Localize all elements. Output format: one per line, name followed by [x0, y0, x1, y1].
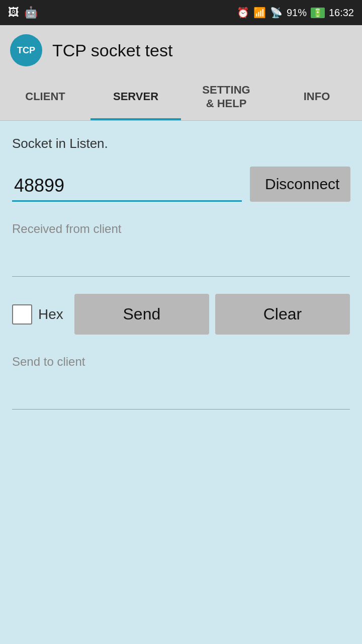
received-textarea[interactable] [12, 240, 350, 277]
status-bar: 🖼 🤖 ⏰ 📶 📡 91% 🔋 16:32 [0, 0, 362, 25]
battery-icon: 🔋 [311, 8, 325, 18]
socket-status: Socket in Listen. [12, 136, 350, 151]
port-row: Disconnect [12, 167, 350, 202]
status-left-icons: 🖼 🤖 [8, 6, 38, 19]
image-icon: 🖼 [8, 6, 19, 19]
app-icon-label: TCP [17, 45, 35, 56]
time-display: 16:32 [329, 7, 354, 19]
app-title: TCP socket test [52, 41, 172, 60]
controls-row: Hex Send Clear [12, 294, 350, 335]
tab-server[interactable]: SERVER [90, 75, 181, 120]
send-to-client-textarea[interactable] [12, 373, 350, 410]
tab-bar: CLIENT SERVER SETTING & HELP INFO [0, 75, 362, 121]
wifi-icon: 📶 [253, 7, 266, 19]
alarm-icon: ⏰ [237, 7, 249, 19]
battery-text: 91% [287, 7, 307, 19]
send-to-client-section: Send to client [12, 355, 350, 412]
tab-setting[interactable]: SETTING & HELP [181, 75, 272, 120]
received-label: Received from client [12, 222, 350, 236]
hex-label: Hex [38, 306, 63, 323]
send-button[interactable]: Send [74, 294, 209, 335]
main-content: Socket in Listen. Disconnect Received fr… [0, 121, 362, 644]
hex-checkbox[interactable] [12, 304, 32, 325]
status-right-icons: ⏰ 📶 📡 91% 🔋 16:32 [237, 7, 354, 19]
signal-icon: 📡 [270, 7, 283, 19]
send-to-client-label: Send to client [12, 355, 350, 369]
tab-info[interactable]: INFO [272, 75, 362, 120]
app-icon: TCP [10, 34, 42, 66]
android-icon: 🤖 [24, 6, 38, 19]
app-bar: TCP TCP socket test [0, 25, 362, 75]
clear-button[interactable]: Clear [215, 294, 350, 335]
tab-client[interactable]: CLIENT [0, 75, 90, 120]
port-input[interactable] [12, 171, 242, 202]
received-section: Received from client [12, 222, 350, 279]
disconnect-button[interactable]: Disconnect [250, 167, 350, 202]
